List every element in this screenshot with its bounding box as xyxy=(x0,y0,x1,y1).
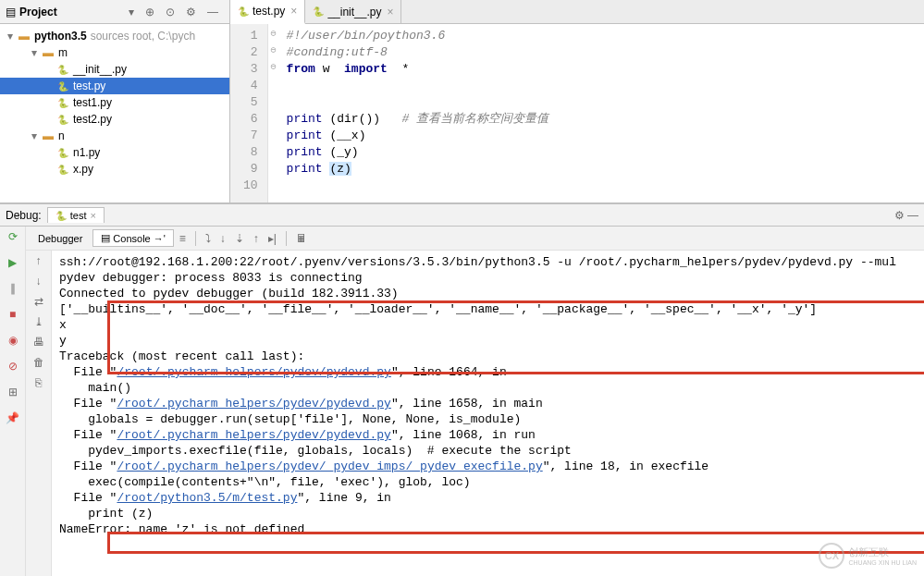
view-breakpoints-icon[interactable]: ◉ xyxy=(5,334,21,350)
step-into-icon[interactable]: ↓ xyxy=(216,232,229,245)
watermark-brand: 创新互联 xyxy=(848,545,917,559)
tree-item-label: x.py xyxy=(73,163,93,176)
console-icon: ▤ xyxy=(101,232,110,244)
watermark-sub: CHUANG XIN HU LIAN xyxy=(848,559,917,566)
clear-icon[interactable]: 🗑 xyxy=(33,356,44,369)
close-icon[interactable]: × xyxy=(90,210,95,221)
debug-left-toolbar: ⟳ ▶ ∥ ■ ◉ ⊘ ⊞ 📌 xyxy=(0,227,26,576)
console-line: exec(compile(contents+"\n", file, 'exec'… xyxy=(59,474,917,490)
traceback-link[interactable]: /root/python3.5/m/test.py xyxy=(117,491,297,505)
scroll-icon[interactable]: ⤓ xyxy=(34,315,43,328)
mute-breakpoints-icon[interactable]: ⊘ xyxy=(5,360,21,376)
tab-debugger[interactable]: Debugger xyxy=(30,230,91,247)
tree-item[interactable]: 🐍test1.py xyxy=(0,94,229,111)
code-line[interactable] xyxy=(287,178,917,194)
project-panel: ▤ Project ▾ ⊕ ⊙ ⚙ — ▾ ▬ python3.5 source… xyxy=(0,0,230,202)
pin-icon[interactable]: 📌 xyxy=(5,411,21,428)
debug-run-tab[interactable]: 🐍 test × xyxy=(47,207,105,223)
tree-root[interactable]: ▾ ▬ python3.5 sources root, C:\pych xyxy=(0,28,229,44)
console-line: File "/root/.pycharm_helpers/pydev/_pyde… xyxy=(59,459,917,474)
traceback-link[interactable]: /root/.pycharm_helpers/pydev/pydevd.py xyxy=(117,365,390,379)
tree-item[interactable]: 🐍__init__.py xyxy=(0,61,229,78)
settings-icon[interactable]: ⚙ xyxy=(186,6,196,18)
code-line[interactable] xyxy=(287,94,917,111)
locate-icon[interactable]: ⊙ xyxy=(166,6,175,18)
console-line: File "/root/python3.5/m/test.py", line 9… xyxy=(59,490,917,506)
tree-item[interactable]: ▾▬n xyxy=(0,128,229,144)
console-output[interactable]: ssh://root@192.168.1.200:22/root/.pyenv/… xyxy=(52,251,924,576)
run-to-cursor-icon[interactable]: ▸| xyxy=(265,232,280,245)
step-into-my-icon[interactable]: ⇣ xyxy=(231,232,248,245)
console-line: ['__builtins__', '__doc__', '__file__', … xyxy=(59,301,917,317)
debug-header: Debug: 🐍 test × ⚙ — xyxy=(0,204,924,227)
tree-item-label: m xyxy=(58,46,68,59)
code-line[interactable]: print (__x) xyxy=(287,128,917,144)
project-title: Project xyxy=(19,6,123,18)
resume-icon[interactable]: ▶ xyxy=(5,256,21,273)
rerun-icon[interactable]: ⟳ xyxy=(5,230,21,247)
collapse-icon[interactable]: ⊕ xyxy=(145,6,154,18)
pause-icon[interactable]: ∥ xyxy=(5,282,21,299)
debug-settings-icon[interactable]: ⚙ — xyxy=(894,209,918,222)
console-left-toolbar: ↑ ↓ ⇄ ⤓ 🖶 🗑 ⎘ xyxy=(26,251,52,576)
close-icon[interactable]: × xyxy=(387,6,393,18)
console-line: File "/root/.pycharm_helpers/pydev/pydev… xyxy=(59,427,917,443)
step-out-icon[interactable]: ↑ xyxy=(250,232,263,245)
tree-item[interactable]: ▾▬m xyxy=(0,44,229,61)
console-line: y xyxy=(59,333,917,349)
editor-tabs: 🐍test.py×🐍__init__.py× xyxy=(230,0,924,24)
evaluate-icon[interactable]: 🖩 xyxy=(292,232,311,245)
folder-icon: ▬ xyxy=(41,129,55,142)
tree-item[interactable]: 🐍test.py xyxy=(0,78,229,94)
python-file-icon: 🐍 xyxy=(55,65,70,75)
console-line: ssh://root@192.168.1.200:22/root/.pyenv/… xyxy=(59,254,917,270)
tree-item[interactable]: 🐍x.py xyxy=(0,161,229,178)
console-line: Traceback (most recent call last): xyxy=(59,349,917,364)
tree-item-label: test2.py xyxy=(73,113,112,126)
stop-icon[interactable]: ■ xyxy=(5,308,21,325)
tree-item[interactable]: 🐍test2.py xyxy=(0,111,229,128)
print-icon[interactable]: 🖶 xyxy=(33,336,44,349)
tree-root-label: python3.5 xyxy=(34,30,87,43)
code-line[interactable]: from w import * xyxy=(287,61,917,78)
code-area[interactable]: #!/user/bin/poython3.6#conding:utf-8from… xyxy=(279,24,924,202)
tree-root-note: sources root, C:\pych xyxy=(91,30,195,43)
console-line: x xyxy=(59,317,917,333)
filter-icon[interactable]: ≡ xyxy=(176,232,190,245)
editor-tab[interactable]: 🐍__init__.py× xyxy=(305,0,401,23)
line-gutter: 12345678910 xyxy=(230,24,268,202)
python-file-icon: 🐍 xyxy=(55,98,70,108)
code-line[interactable]: print (_y) xyxy=(287,144,917,161)
step-over-icon[interactable]: ⤵ xyxy=(202,232,215,245)
wrap-icon[interactable]: ⇄ xyxy=(34,295,43,308)
tree-item[interactable]: 🐍n1.py xyxy=(0,144,229,161)
editor-body[interactable]: 12345678910 ⊖⊖⊖ #!/user/bin/poython3.6#c… xyxy=(230,24,924,202)
tree-item-label: n1.py xyxy=(73,146,100,159)
layout-icon[interactable]: ⊞ xyxy=(5,386,21,402)
code-line[interactable]: print (dir()) # 查看当前名称空间变量值 xyxy=(287,111,917,128)
code-line[interactable]: #!/user/bin/poython3.6 xyxy=(287,28,917,44)
traceback-link[interactable]: /root/.pycharm_helpers/pydev/_pydev_imps… xyxy=(117,460,542,473)
dropdown-icon[interactable]: ▾ xyxy=(129,6,134,18)
tab-label: __init__.py xyxy=(327,6,381,18)
console-line: File "/root/.pycharm_helpers/pydev/pydev… xyxy=(59,364,917,380)
traceback-link[interactable]: /root/.pycharm_helpers/pydev/pydevd.py xyxy=(117,428,390,442)
project-tree[interactable]: ▾ ▬ python3.5 sources root, C:\pych ▾▬m🐍… xyxy=(0,24,229,202)
editor-tab[interactable]: 🐍test.py× xyxy=(230,0,305,24)
code-line[interactable] xyxy=(287,78,917,94)
editor-panel: 🐍test.py×🐍__init__.py× 12345678910 ⊖⊖⊖ #… xyxy=(230,0,924,202)
tab-console[interactable]: ▤Console →' xyxy=(92,229,173,247)
debug-toolbar: Debugger ▤Console →' ≡ ⤵ ↓ ⇣ ↑ ▸| 🖩 xyxy=(26,227,924,251)
hide-icon[interactable]: — xyxy=(207,6,218,18)
up-icon[interactable]: ↑ xyxy=(36,254,42,267)
code-line[interactable]: print (z) xyxy=(287,161,917,178)
console-line: pydev debugger: process 8033 is connecti… xyxy=(59,270,917,286)
code-line[interactable]: #conding:utf-8 xyxy=(287,44,917,61)
close-icon[interactable]: × xyxy=(290,5,297,18)
debug-tab-label: test xyxy=(70,210,87,221)
console-line: print (z) xyxy=(59,506,917,521)
traceback-link[interactable]: /root/.pycharm_helpers/pydev/pydevd.py xyxy=(117,397,390,411)
history-icon[interactable]: ⎘ xyxy=(35,376,42,389)
down-icon[interactable]: ↓ xyxy=(36,275,42,288)
watermark-logo-icon: CX xyxy=(819,543,844,569)
